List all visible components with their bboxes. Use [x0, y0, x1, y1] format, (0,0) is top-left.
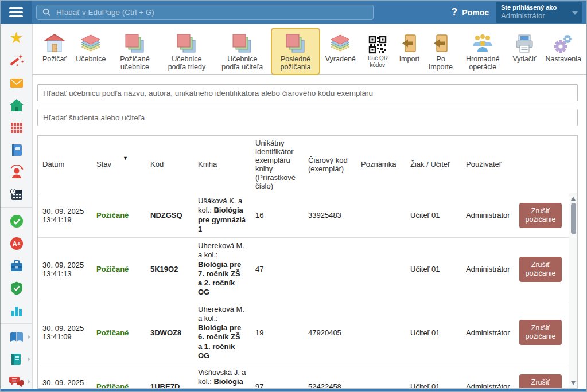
user-account-dropdown[interactable]: Ste prihlásený ako Administrátor — [496, 2, 582, 23]
toolbar-item-vyradene[interactable]: Vyradené — [321, 28, 360, 66]
sidebar-item-substitution[interactable] — [1, 161, 32, 183]
bottom-accent-bar — [1, 389, 586, 392]
qr-code-icon — [368, 31, 387, 54]
column-header-datum[interactable]: Dátum — [38, 160, 92, 168]
sidebar-item-communication[interactable] — [1, 370, 32, 392]
sidebar-item-grades[interactable]: A+ — [1, 232, 32, 254]
column-header-unikatny-identifikator[interactable]: Unikátny identifikátor exempláru knihy (… — [251, 139, 304, 190]
hamburger-menu-button[interactable] — [1, 1, 32, 24]
chevron-down-icon — [572, 11, 578, 15]
sidebar-item-briefcase[interactable] — [1, 254, 32, 277]
stacked-squares-icon — [232, 31, 252, 54]
loan-book: Uhereková M. a kol.: Biológia pre 7. roč… — [193, 241, 251, 297]
loan-barcode: 47920405 — [304, 328, 356, 337]
library-book-icon — [9, 330, 24, 344]
sidebar-item-home[interactable] — [1, 94, 32, 116]
grades-a-plus-icon: A+ — [9, 236, 24, 251]
loan-code: 3DWOZ8 — [146, 328, 193, 337]
toolbar-item-ucebnice[interactable]: Učebnice — [72, 28, 110, 66]
stacked-squares-icon — [285, 31, 306, 54]
toolbar-item-tlac-qr-kodov[interactable]: Tlač QR kódov — [361, 28, 394, 72]
sidebar-item-results[interactable] — [1, 299, 32, 322]
sort-descending-icon[interactable]: ▼ — [123, 155, 128, 161]
table-scrollbar[interactable] — [569, 193, 577, 388]
toolbar-item-ucebnice-podla-triedy[interactable]: Učebnice podľa triedy — [160, 28, 214, 75]
global-search-input[interactable]: Hľadať v EduPage (Ctrl + G) — [36, 5, 374, 20]
column-header-pouzivatel[interactable]: Používateľ — [461, 160, 515, 168]
sidebar-item-security[interactable] — [1, 277, 32, 299]
loan-book: Uhereková M. a kol.: Biológia pre 6. roč… — [193, 305, 251, 361]
toolbar-item-pozicane-ucebnice[interactable]: Požičané učebnice — [111, 28, 158, 75]
shield-check-icon — [9, 281, 24, 296]
column-header-kod[interactable]: Kód — [146, 160, 193, 168]
cancel-loan-button[interactable]: Zrušiť požičanie — [519, 257, 562, 282]
toolbar-item-pozicat[interactable]: Požičať — [38, 28, 71, 66]
scroll-up-arrow[interactable] — [569, 194, 577, 202]
table-header-row: ▼ Dátum Stav Kód Kniha Unikátny identifi… — [38, 136, 577, 193]
loan-code: 5K19O2 — [146, 265, 193, 273]
loan-unique-id: 97 — [251, 382, 304, 388]
loan-status: Požičané — [92, 211, 146, 219]
sidebar-item-classbook[interactable] — [1, 139, 32, 161]
loans-table: ▼ Dátum Stav Kód Kniha Unikátny identifi… — [37, 135, 578, 389]
toolbar-item-posledne-pozicania[interactable]: Posledné požičania — [271, 28, 320, 75]
column-header-ziak-ucitel[interactable]: Žiak / Učiteľ — [406, 160, 461, 168]
sidebar-item-calendar[interactable] — [1, 183, 32, 206]
column-header-kniha[interactable]: Kniha — [193, 160, 251, 168]
loan-date: 30. 09. 2025 13:41:19 — [38, 207, 92, 224]
stacked-squares-icon — [176, 31, 197, 54]
column-header-poznamka[interactable]: Poznámka — [356, 160, 406, 168]
loan-person: Učiteľ 01 — [406, 328, 461, 337]
table-row: 30. 09. 2025 13:41:04 Požičané 1UBE7D Vi… — [38, 364, 577, 388]
toolbar-item-po-importe[interactable]: Po importe — [425, 28, 457, 75]
loan-unique-id: 47 — [251, 265, 304, 273]
column-header-ciarovy-kod[interactable]: Čiarový kód (exemplár) — [304, 156, 356, 173]
cancel-loan-button[interactable]: Zrušiť požičanie — [519, 374, 562, 389]
loan-user: Administrátor — [461, 265, 515, 273]
door-arrow-icon — [399, 31, 419, 54]
scroll-down-arrow[interactable] — [569, 379, 577, 387]
calendar-clock-icon — [9, 187, 24, 202]
notebook-icon — [9, 143, 24, 158]
sidebar-item-timetable[interactable] — [1, 116, 32, 139]
sidebar-item-wizard[interactable] — [1, 49, 32, 72]
loan-code: NDZGSQ — [146, 211, 193, 219]
toolbar-item-vytlacit[interactable]: Vytlačiť — [508, 28, 540, 66]
people-group-icon — [471, 31, 494, 54]
sidebar-item-favorites[interactable]: ★ — [1, 27, 32, 49]
cancel-loan-button[interactable]: Zrušiť požičanie — [519, 203, 562, 228]
library-toolbar: Požičať Učebnice — [33, 24, 586, 75]
sidebar-divider — [1, 207, 32, 208]
magic-wand-icon — [9, 53, 24, 68]
book-search-input[interactable] — [37, 84, 578, 101]
sidebar-item-attendance[interactable] — [1, 210, 32, 232]
edupage-library-window: Hľadať v EduPage (Ctrl + G) ? Pomoc Ste … — [0, 0, 587, 392]
hamburger-icon — [9, 7, 23, 9]
loan-date: 30. 09. 2025 13:41:13 — [38, 261, 92, 278]
attendance-check-icon — [9, 214, 24, 229]
loan-user: Administrátor — [461, 211, 515, 219]
loan-unique-id: 16 — [251, 211, 304, 219]
sidebar-item-plans[interactable] — [1, 348, 32, 370]
toolbar-item-ucebnice-podla-ucitela[interactable]: Učebnice podľa učiteľa — [215, 28, 270, 75]
cancel-loan-button[interactable]: Zrušiť požičanie — [519, 320, 562, 345]
loan-barcode: 52422458 — [304, 382, 356, 388]
sidebar-item-messages-mail[interactable] — [1, 72, 32, 94]
scrollbar-thumb[interactable] — [571, 203, 576, 234]
help-button[interactable]: ? Pomoc — [451, 6, 489, 18]
toolbar-item-nastavenia[interactable]: Nastavenia — [541, 28, 585, 66]
briefcase-icon — [9, 258, 24, 273]
table-row: 30. 09. 2025 13:41:19 Požičané NDZGSQ Uš… — [38, 193, 577, 238]
column-header-stav[interactable]: Stav — [92, 160, 146, 168]
loan-status: Požičané — [92, 382, 146, 388]
toolbar-item-hromadne-operacie[interactable]: Hromadné operácie — [458, 28, 507, 75]
username: Administrátor — [501, 11, 572, 20]
sidebar-item-library[interactable] — [1, 326, 32, 348]
person-search-input[interactable] — [37, 109, 578, 126]
toolbar-item-import[interactable]: Import — [395, 28, 423, 66]
loan-user: Administrátor — [461, 382, 515, 388]
gears-icon — [553, 31, 574, 54]
sidebar-divider — [1, 323, 32, 324]
home-house-icon — [9, 98, 24, 113]
chevron-right-icon — [28, 335, 30, 339]
